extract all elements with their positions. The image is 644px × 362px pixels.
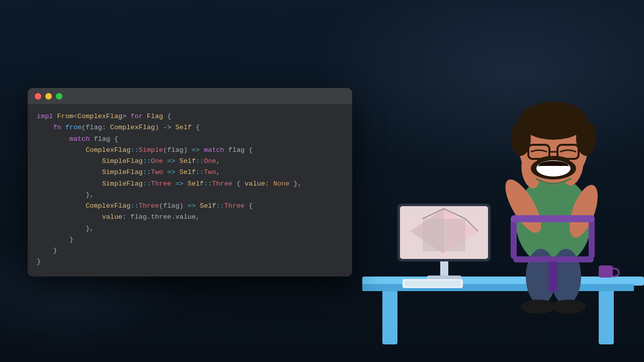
coffee-mug-handle — [613, 268, 619, 277]
chair-back-right — [589, 216, 595, 259]
monitor-screen-box — [423, 219, 465, 251]
maximize-button[interactable] — [56, 93, 62, 100]
code-content: impl From<ComplexFlag> for Flag { fn fro… — [28, 104, 352, 275]
coffee-mug-body — [599, 265, 613, 278]
desk-leg-right — [599, 284, 614, 344]
character-left-shoe — [521, 300, 556, 314]
chair-back-left — [511, 216, 517, 259]
character-right-shoe — [551, 300, 586, 314]
editor-titlebar — [28, 88, 352, 104]
character-upper-teeth — [538, 166, 569, 171]
scene-illustration — [352, 60, 644, 362]
minimize-button[interactable] — [45, 93, 52, 100]
keyboard-surface — [405, 281, 460, 287]
desk-leg-left — [382, 284, 397, 344]
monitor-stand-pole — [440, 259, 448, 278]
chair-pole — [548, 261, 557, 292]
chair-back-top — [511, 215, 595, 222]
editor-window: impl From<ComplexFlag> for Flag { fn fro… — [28, 88, 352, 277]
close-button[interactable] — [35, 93, 41, 100]
